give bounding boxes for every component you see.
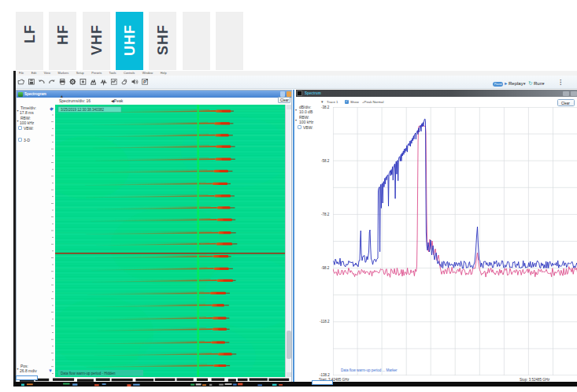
svg-text:Data flow warm-up period ... M: Data flow warm-up period ... Marker: [341, 368, 398, 372]
svg-text:P: P: [143, 80, 146, 84]
svg-text:3/25/2019 12:30:38.340382: 3/25/2019 12:30:38.340382: [61, 108, 105, 112]
svg-text:Data flow warm-up period - Hid: Data flow warm-up period - Hidden: [61, 372, 116, 375]
